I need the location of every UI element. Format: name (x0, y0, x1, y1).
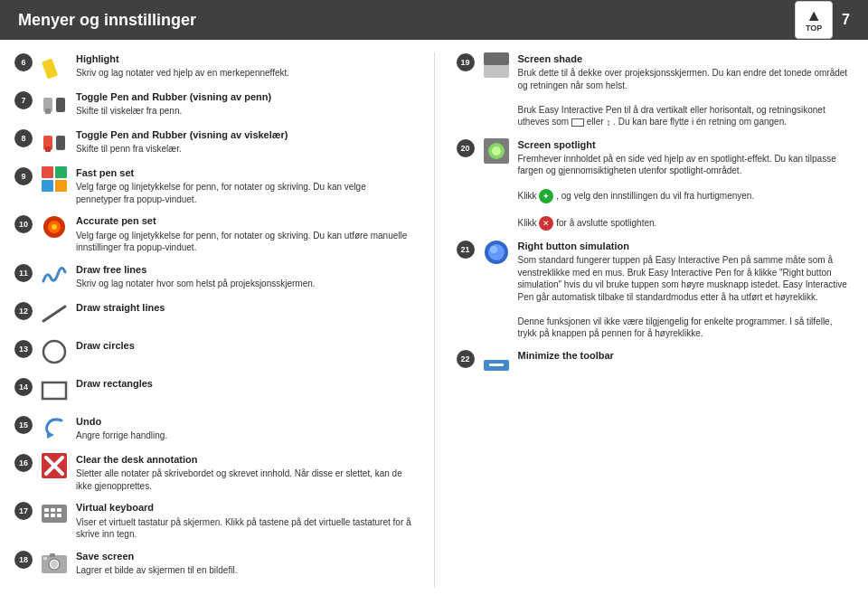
item-title-20: Screen spotlight (518, 138, 854, 152)
item-row-11: 11 Draw free lines Skriv og lag notater … (14, 263, 412, 292)
item-icon-19 (480, 49, 513, 81)
click-icon-spotlight: ✦ (539, 189, 553, 203)
item-number-17: 17 (14, 502, 33, 520)
item-text-13: Draw circles (76, 339, 412, 354)
item-desc-21: Som standard fungerer tuppen på Easy Int… (518, 254, 854, 340)
item-icon-11 (38, 260, 71, 292)
item-number-18: 18 (14, 551, 33, 569)
item-row-21: 21 Right button simulation Som standard … (457, 240, 854, 340)
item-row-22: 22 Minimize the toolbar (457, 349, 854, 378)
item-title-16: Clear the desk annotation (76, 453, 412, 467)
item-desc-8: Skifte til penn fra viskelær. (76, 143, 412, 156)
svg-rect-9 (55, 166, 67, 178)
svg-point-40 (488, 244, 505, 260)
top-icon: ▲ (806, 7, 822, 24)
header-right: ▲ TOP 7 (795, 1, 850, 39)
item-title-21: Right button simulation (518, 240, 854, 253)
item-text-11: Draw free lines Skriv og lag notater hvo… (76, 263, 412, 290)
item-title-12: Draw straight lines (76, 301, 412, 315)
item-row-7: 7 Toggle Pen and Rubber (visning av penn… (14, 90, 412, 119)
item-icon-20 (480, 135, 513, 167)
item-icon-15 (38, 411, 71, 444)
item-desc-9: Velg farge og linjetykkelse for penn, fo… (76, 181, 412, 205)
column-separator (434, 52, 435, 588)
item-text-15: Undo Angre forrige handling. (76, 415, 412, 442)
item-text-10: Accurate pen set Velg farge og linjetykk… (76, 214, 412, 253)
item-title-10: Accurate pen set (76, 214, 412, 228)
svg-line-15 (43, 307, 65, 321)
item-title-8: Toggle Pen and Rubber (visning av viskel… (76, 128, 412, 142)
item-text-18: Save screen Lagrer et bilde av skjermen … (76, 550, 412, 577)
item-row-18: 18 Save screen Lagrer et bilde av skjerm… (14, 550, 412, 579)
item-number-22: 22 (457, 350, 475, 368)
main-content: 6 Highlight Skriv og lag notater ved hje… (0, 40, 868, 595)
svg-rect-25 (57, 508, 61, 512)
item-desc-6: Skriv og lag notater ved hjelp av en mer… (76, 67, 412, 80)
item-desc-19: Bruk dette til å dekke over projeksjonss… (518, 67, 854, 128)
svg-rect-7 (45, 146, 51, 152)
svg-rect-27 (51, 514, 55, 517)
item-number-21: 21 (457, 241, 475, 259)
svg-rect-6 (56, 136, 65, 150)
svg-rect-24 (51, 508, 55, 512)
item-icon-8 (38, 125, 71, 157)
item-row-12: 12 Draw straight lines (14, 301, 412, 330)
header-title: Menyer og innstillinger (18, 11, 196, 30)
top-badge[interactable]: ▲ TOP (795, 1, 833, 39)
item-title-22: Minimize the toolbar (518, 349, 854, 363)
svg-rect-35 (484, 52, 509, 65)
item-icon-12 (38, 298, 71, 330)
item-desc-11: Skriv og lag notater hvor som helst på p… (76, 278, 412, 290)
svg-point-16 (43, 341, 65, 363)
item-text-9: Fast pen set Velg farge og linjetykkelse… (76, 166, 412, 205)
item-icon-22 (480, 345, 513, 378)
item-text-20: Screen spotlight Fremhever innholdet på … (518, 138, 854, 231)
item-title-11: Draw free lines (76, 263, 412, 277)
item-number-13: 13 (14, 340, 33, 358)
item-number-9: 9 (14, 167, 33, 185)
item-desc-17: Viser et virtuelt tastatur på skjermen. … (76, 516, 412, 541)
item-text-22: Minimize the toolbar (518, 349, 854, 364)
item-icon-13 (38, 335, 71, 368)
svg-rect-11 (55, 180, 67, 192)
item-number-11: 11 (14, 264, 33, 282)
item-text-17: Virtual keyboard Viser et virtuelt tasta… (76, 501, 412, 540)
item-icon-10 (38, 211, 71, 243)
item-title-6: Highlight (76, 52, 412, 66)
svg-rect-32 (50, 553, 55, 557)
item-desc-18: Lagrer et bilde av skjermen til en bilde… (76, 564, 412, 577)
svg-rect-17 (42, 382, 66, 399)
item-number-15: 15 (14, 416, 33, 434)
svg-point-38 (492, 146, 501, 156)
item-icon-17 (38, 497, 71, 530)
item-number-8: 8 (14, 129, 33, 147)
item-title-17: Virtual keyboard (76, 501, 412, 515)
item-number-19: 19 (457, 53, 475, 71)
item-number-16: 16 (14, 454, 33, 472)
item-icon-7 (38, 87, 71, 119)
item-icon-16 (38, 449, 71, 482)
item-title-19: Screen shade (518, 52, 854, 66)
svg-rect-43 (489, 364, 504, 366)
item-icon-18 (38, 546, 71, 579)
page-number: 7 (842, 12, 850, 28)
svg-rect-10 (42, 180, 53, 192)
item-text-12: Draw straight lines (76, 301, 412, 316)
svg-rect-28 (57, 514, 61, 517)
item-row-17: 17 Virtual keyboard Viser et virtuelt ta… (14, 501, 412, 540)
item-row-19: 19 Screen shade Bruk dette til å dekke o… (457, 52, 854, 129)
svg-rect-3 (56, 98, 65, 112)
item-title-7: Toggle Pen and Rubber (visning av penn) (76, 90, 412, 104)
svg-rect-8 (42, 166, 53, 178)
item-desc-20: Fremhever innholdet på en side ved hjelp… (518, 153, 854, 231)
top-label: TOP (806, 24, 822, 33)
item-row-14: 14 Draw rectangles (14, 377, 412, 406)
item-icon-9 (38, 163, 71, 195)
item-title-18: Save screen (76, 550, 412, 563)
item-row-9: 9 Fast pen set Velg farge og linjetykkel… (14, 166, 412, 205)
svg-point-31 (51, 561, 58, 568)
item-text-16: Clear the desk annotation Sletter alle n… (76, 453, 412, 492)
item-desc-7: Skifte til viskelær fra penn. (76, 105, 412, 118)
item-text-8: Toggle Pen and Rubber (visning av viskel… (76, 128, 412, 156)
item-desc-10: Velg farge og linjetykkelse for penn, fo… (76, 230, 412, 254)
